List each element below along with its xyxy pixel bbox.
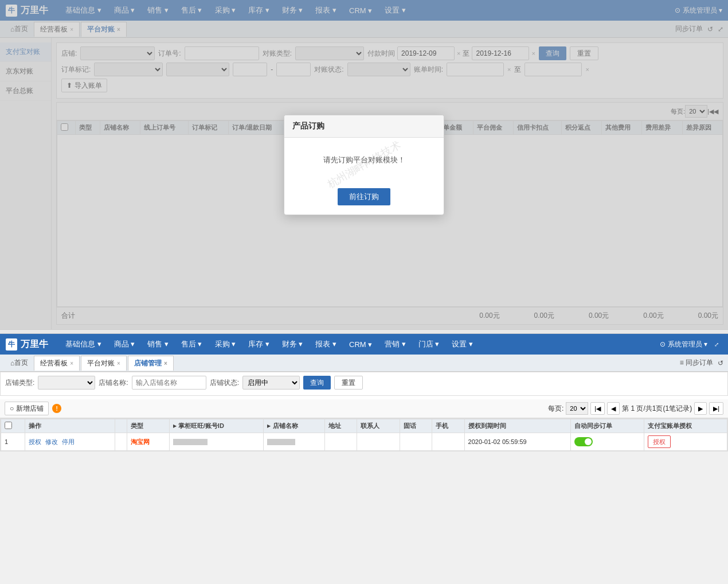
auto-sync-toggle[interactable] (574, 437, 593, 446)
bottom-tabbar: ⌂ 首页 经营看板 × 平台对账 × 店铺管理 × ≡ 同步订单 ↺ (0, 355, 728, 372)
bottom-shop-status-label: 店铺状态: (210, 378, 239, 388)
bottom-page-size-select[interactable]: 20 (566, 402, 588, 415)
row-alipay-auth[interactable]: 授权 (644, 433, 727, 451)
bottom-shop-name-label: 店铺名称: (99, 378, 128, 388)
modal-footer: 前往订购 (284, 182, 444, 215)
bottom-shop-name-input[interactable] (132, 376, 206, 390)
bottom-query-btn[interactable]: 查询 (303, 376, 331, 390)
bottom-nav-sales[interactable]: 销售 ▾ (142, 337, 174, 352)
bottom-col-action: 操作 (25, 419, 115, 433)
bottom-col-phone: 固话 (400, 419, 432, 433)
bottom-col-check[interactable] (1, 419, 25, 433)
bottom-table-toolbar: ○ 新增店铺 ! 每页: 20 |◀ ◀ 第 1 页/共1页(1笔记录) ▶ ▶… (0, 399, 728, 418)
page-info: 第 1 页/共1页(1笔记录) (622, 404, 692, 414)
new-shop-btn[interactable]: ○ 新增店铺 (5, 402, 49, 415)
bottom-tab-dashboard[interactable]: 经营看板 × (34, 356, 80, 371)
row-phone (400, 433, 432, 451)
table-row: 1 授权 修改 停用 淘宝网 ■■■■■■■■■■ ■■■■■■■■ (1, 433, 727, 451)
bottom-select-all[interactable] (5, 422, 12, 429)
bottom-navbar: 牛 万里牛 基础信息 ▾ 商品 ▾ 销售 ▾ 售后 ▾ 采购 ▾ 库存 ▾ 财务… (0, 334, 728, 355)
bottom-col-account-id: ▸ 掌柜旺旺/账号ID (169, 419, 264, 433)
bottom-refresh-icon[interactable]: ↺ (718, 359, 723, 367)
bottom-brand-name: 万里牛 (21, 338, 48, 351)
plus-icon: ○ (10, 404, 14, 412)
bottom-nav-inventory[interactable]: 库存 ▾ (242, 337, 275, 352)
bottom-col-address: 地址 (325, 419, 357, 433)
bottom-nav-report[interactable]: 报表 ▾ (310, 337, 342, 352)
row-info (115, 433, 127, 451)
next-page-btn[interactable]: ▶ (694, 402, 707, 415)
modal-body: 请先订购平台对账模块！ (284, 138, 444, 182)
bottom-user-menu[interactable]: ⊙ 系统管理员 ▾ (660, 340, 707, 349)
notification-badge[interactable]: ! (52, 404, 61, 413)
row-actions: 授权 修改 停用 (25, 433, 115, 451)
bottom-nav-marketing[interactable]: 营销 ▾ (379, 337, 412, 352)
row-type: 淘宝网 (127, 433, 169, 451)
row-mobile (432, 433, 464, 451)
row-shop-name: ■■■■■■■■ (264, 433, 325, 451)
action-auth[interactable]: 授权 (29, 438, 41, 445)
modal-message: 请先订购平台对账模块！ (323, 155, 405, 164)
bottom-username: 系统管理员 ▾ (668, 340, 707, 349)
first-page-btn[interactable]: |◀ (590, 402, 605, 415)
bottom-col-auto-sync: 自动同步订单 (571, 419, 644, 433)
bottom-col-info (115, 419, 127, 433)
bottom-shop-type-select[interactable] (38, 376, 95, 390)
bottom-col-shop-name: ▸ 店铺名称 (264, 419, 325, 433)
last-page-btn[interactable]: ▶| (709, 402, 723, 415)
resize-icon[interactable]: ⤢ (711, 338, 722, 350)
bottom-logo-icon: 牛 (6, 338, 17, 351)
modal-title: 产品订购 (284, 115, 444, 138)
bottom-tab-shop-manage[interactable]: 店铺管理 × (128, 356, 174, 371)
row-account-id: ■■■■■■■■■■ (169, 433, 264, 451)
action-disable[interactable]: 停用 (62, 438, 75, 445)
bottom-tab-reconcile[interactable]: 平台对账 × (81, 356, 127, 371)
row-address (325, 433, 357, 451)
type-tag: 淘宝网 (131, 438, 150, 445)
bottom-nav-settings[interactable]: 设置 ▾ (446, 337, 479, 352)
action-edit[interactable]: 修改 (45, 438, 58, 445)
bottom-tabbar-actions: ≡ 同步订单 ↺ (680, 358, 723, 368)
bottom-reset-btn[interactable]: 重置 (334, 376, 363, 390)
bottom-col-contact: 联系人 (357, 419, 400, 433)
alipay-auth-btn[interactable]: 授权 (648, 435, 671, 448)
bottom-table-container: 操作 类型 ▸ 掌柜旺旺/账号ID ▸ 店铺名称 地址 联系人 固话 手机 授权… (0, 418, 728, 451)
account-id-masked: ■■■■■■■■■■ (173, 439, 208, 445)
bottom-tab-close-shop[interactable]: × (164, 360, 167, 367)
bottom-col-mobile: 手机 (432, 419, 464, 433)
bottom-nav-purchase[interactable]: 采购 ▾ (209, 337, 242, 352)
bottom-shop-status-select[interactable]: 启用中 (242, 376, 300, 390)
bottom-col-auth-expire: 授权到期时间 (464, 419, 571, 433)
bottom-brand-logo[interactable]: 牛 万里牛 (6, 338, 48, 351)
bottom-col-type: 类型 (127, 419, 169, 433)
goto-purchase-btn[interactable]: 前往订购 (338, 188, 390, 205)
bottom-nav-crm[interactable]: CRM ▾ (343, 338, 378, 351)
bottom-nav-product[interactable]: 商品 ▾ (108, 337, 141, 352)
product-purchase-modal: 产品订购 请先订购平台对账模块！ 前往订购 (284, 115, 444, 215)
bottom-nav-menu: 基础信息 ▾ 商品 ▾ 销售 ▾ 售后 ▾ 采购 ▾ 库存 ▾ 财务 ▾ 报表 … (60, 337, 660, 352)
bottom-shop-type-label: 店铺类型: (5, 378, 34, 388)
bottom-tab-home[interactable]: ⌂ 首页 (5, 356, 34, 370)
page-size-label: 每页: (548, 404, 563, 414)
bottom-nav-basic[interactable]: 基础信息 ▾ (60, 337, 107, 352)
bottom-sync-btn[interactable]: ≡ 同步订单 (680, 358, 713, 368)
pagination: 每页: 20 |◀ ◀ 第 1 页/共1页(1笔记录) ▶ ▶| (548, 402, 723, 415)
row-contact (357, 433, 400, 451)
bottom-col-alipay: 支付宝账单授权 (644, 419, 727, 433)
bottom-tab-close-dashboard[interactable]: × (70, 360, 73, 367)
modal-overlay: 产品订购 请先订购平台对账模块！ 前往订购 (0, 0, 728, 329)
bottom-nav-store[interactable]: 门店 ▾ (413, 337, 445, 352)
row-auth-expire: 2020-01-02 05:59:59 (464, 433, 571, 451)
prev-page-btn[interactable]: ◀ (607, 402, 620, 415)
shop-name-masked: ■■■■■■■■ (267, 439, 295, 445)
bottom-nav-aftersale[interactable]: 售后 ▾ (175, 337, 208, 352)
bottom-tab-close-reconcile[interactable]: × (117, 360, 120, 367)
bottom-filter-bar: 店铺类型: 店铺名称: 店铺状态: 启用中 查询 重置 (0, 372, 728, 396)
bottom-nav-finance[interactable]: 财务 ▾ (276, 337, 309, 352)
row-check[interactable]: 1 (1, 433, 25, 451)
section-divider (0, 329, 728, 334)
bottom-table: 操作 类型 ▸ 掌柜旺旺/账号ID ▸ 店铺名称 地址 联系人 固话 手机 授权… (1, 419, 727, 451)
row-auto-sync[interactable] (571, 433, 644, 451)
